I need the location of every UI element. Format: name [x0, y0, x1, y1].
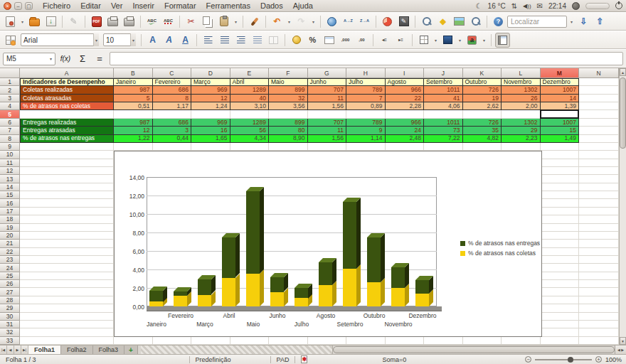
cell-H2[interactable]: 789	[346, 86, 386, 94]
cell-J4[interactable]: 4,06	[424, 102, 463, 110]
add-sheet-button[interactable]: +	[124, 346, 138, 354]
row-header-16[interactable]: 16	[0, 199, 20, 207]
cell-B7[interactable]: 12	[114, 127, 153, 134]
page-style[interactable]: Predefinição	[196, 356, 231, 363]
clock[interactable]: 22:14	[548, 2, 566, 10]
clone-formatting-button[interactable]	[247, 14, 262, 29]
cell-L6[interactable]: 1302	[502, 119, 541, 127]
cell-J2[interactable]: 1011	[424, 86, 463, 94]
menu-dados[interactable]: Dados	[260, 1, 283, 10]
temperature-indicator[interactable]: 16 °C	[488, 2, 506, 10]
row-header-15[interactable]: 15	[0, 191, 20, 199]
paste-button[interactable]	[216, 14, 231, 29]
row-header-24[interactable]: 24	[0, 264, 20, 272]
cell-M8[interactable]: 1,49	[541, 135, 580, 143]
network-icon[interactable]: ⇅	[511, 2, 517, 10]
cell-B8[interactable]: 1,22	[114, 135, 153, 143]
cell-G2[interactable]: 707	[308, 86, 347, 94]
help-button[interactable]: ?	[491, 14, 506, 29]
new-document-button[interactable]	[3, 14, 18, 29]
currency-format-button[interactable]	[289, 33, 304, 48]
cell-A31[interactable]	[20, 321, 114, 328]
cell-C6[interactable]: 686	[153, 119, 192, 127]
row-header-7[interactable]: 7	[0, 127, 20, 134]
row-header-21[interactable]: 21	[0, 240, 20, 247]
find-replace-button[interactable]	[419, 14, 434, 29]
cell-M28[interactable]	[541, 296, 580, 304]
row-header-14[interactable]: 14	[0, 183, 20, 191]
row-header-26[interactable]: 26	[0, 280, 20, 288]
cell-F7[interactable]: 80	[269, 127, 308, 134]
percent-format-button[interactable]: %	[305, 33, 320, 48]
new-document-dropdown[interactable]: ▾	[19, 14, 26, 28]
equals-button[interactable]: =	[92, 52, 107, 66]
row-header-23[interactable]: 23	[0, 256, 20, 264]
font-color-button[interactable]: a	[465, 33, 479, 48]
align-right-button[interactable]	[233, 33, 248, 48]
cell-M12[interactable]	[541, 167, 580, 175]
cell-H9[interactable]	[346, 143, 386, 151]
cell-D1[interactable]: Março	[191, 78, 230, 86]
cell-I7[interactable]: 24	[386, 127, 425, 134]
cell-A12[interactable]	[20, 167, 114, 175]
row-header-27[interactable]: 27	[0, 288, 20, 296]
sort-descending-button[interactable]: Z→A	[357, 14, 372, 29]
cell-N13[interactable]	[579, 175, 619, 183]
cell-H6[interactable]: 789	[346, 119, 386, 127]
cell-A25[interactable]	[20, 272, 114, 280]
menu-ferramentas[interactable]: Ferramentas	[206, 1, 250, 10]
decrease-indent-button[interactable]: ◂≡	[377, 33, 392, 48]
cell-M33[interactable]	[541, 337, 580, 345]
cell-K8[interactable]: 4,82	[463, 135, 502, 143]
cell-K9[interactable]	[463, 143, 502, 151]
cell-H7[interactable]: 9	[346, 127, 386, 134]
cell-D7[interactable]: 16	[191, 127, 230, 134]
column-header-C[interactable]: C	[153, 68, 192, 78]
menu-editar[interactable]: Editar	[80, 1, 101, 10]
row-header-3[interactable]: 3	[0, 95, 20, 102]
cell-G4[interactable]: 1,56	[308, 102, 347, 110]
cell-I8[interactable]: 2,48	[386, 135, 425, 143]
horizontal-scroll-arrows[interactable]: ◀ ▶	[615, 346, 626, 354]
undo-dropdown[interactable]: ▾	[286, 14, 292, 28]
find-next-button[interactable]: ⇩	[576, 14, 591, 29]
cell-N19[interactable]	[579, 224, 619, 232]
row-header-28[interactable]: 28	[0, 296, 20, 304]
cell-B33[interactable]	[114, 337, 153, 345]
name-box[interactable]: M5 ▾	[3, 53, 55, 65]
cell-I5[interactable]	[386, 110, 425, 118]
cell-J8[interactable]: 7,22	[424, 135, 463, 143]
insert-chart-button[interactable]	[380, 14, 395, 29]
cell-I33[interactable]	[386, 337, 425, 345]
cell-K33[interactable]	[463, 337, 502, 345]
zoom-in-button[interactable]: +	[595, 356, 602, 363]
cell-A30[interactable]	[20, 313, 114, 321]
cell-A19[interactable]	[20, 224, 114, 232]
cell-A14[interactable]	[20, 183, 114, 191]
cell-M20[interactable]	[541, 232, 580, 240]
column-header-E[interactable]: E	[230, 68, 270, 78]
cell-E7[interactable]: 56	[230, 127, 270, 134]
cell-C2[interactable]: 686	[153, 86, 192, 94]
function-wizard-button[interactable]: f(x)	[58, 52, 73, 66]
cell-D33[interactable]	[191, 337, 230, 345]
row-header-30[interactable]: 30	[0, 313, 20, 321]
cell-N7[interactable]	[579, 127, 619, 134]
menu-ajuda[interactable]: Ajuda	[293, 1, 313, 10]
cell-A27[interactable]	[20, 288, 114, 296]
cell-A22[interactable]	[20, 248, 114, 256]
cell-M21[interactable]	[541, 240, 580, 247]
cell-I3[interactable]: 22	[386, 95, 425, 102]
cell-N27[interactable]	[579, 288, 619, 296]
cut-button[interactable]: ✂	[184, 14, 198, 29]
spelling-button[interactable]: ABC	[144, 14, 159, 29]
column-header-A[interactable]: A	[20, 68, 114, 78]
row-header-25[interactable]: 25	[0, 272, 20, 280]
navigator-button[interactable]: ◆	[435, 14, 450, 29]
cell-C33[interactable]	[153, 337, 192, 345]
export-pdf-button[interactable]: PDF	[89, 14, 104, 29]
zoom-slider[interactable]	[535, 359, 592, 360]
cell-N23[interactable]	[579, 256, 619, 264]
sort-ascending-button[interactable]: A→Z	[341, 14, 356, 29]
row-header-31[interactable]: 31	[0, 321, 20, 328]
